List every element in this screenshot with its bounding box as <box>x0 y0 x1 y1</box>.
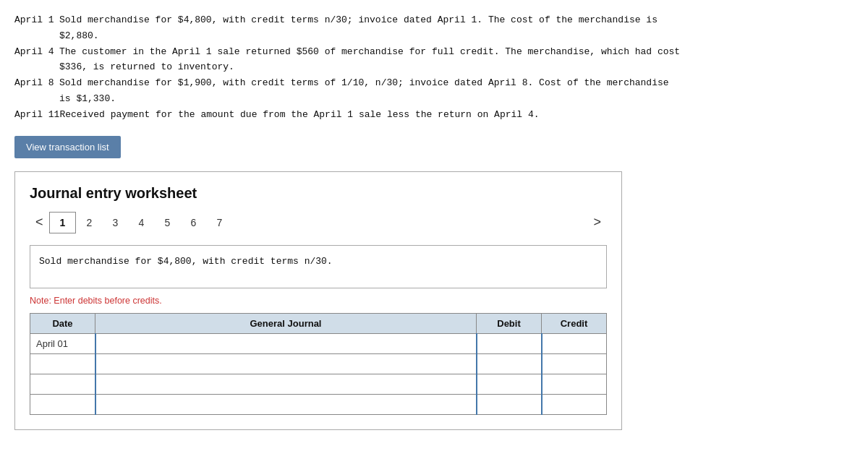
problem-continuation-2: $336, is returned to inventory. <box>14 60 854 75</box>
debit-input-1[interactable] <box>477 334 541 353</box>
problem-date-4: April 11 <box>14 108 59 123</box>
problem-line-2: April 4 The customer in the April 1 sale… <box>14 45 854 60</box>
problem-date-2: April 4 <box>14 45 59 60</box>
problem-continuation-text-3: is $1,330. <box>59 92 116 107</box>
problem-line-3: April 8 Sold merchandise for $1,900, wit… <box>14 76 854 91</box>
debit-cell-1[interactable] <box>477 333 542 353</box>
debit-cell-4[interactable] <box>477 394 542 414</box>
tab-3[interactable]: 3 <box>102 213 128 233</box>
header-debit: Debit <box>477 313 542 333</box>
problem-content-1: Sold merchandise for $4,800, with credit… <box>59 13 854 28</box>
credit-cell-1[interactable] <box>542 333 607 353</box>
debit-input-3[interactable] <box>477 374 541 394</box>
view-transaction-list-button[interactable]: View transaction list <box>14 136 121 158</box>
problem-content-3: Sold merchandise for $1,900, with credit… <box>59 76 854 91</box>
credit-cell-4[interactable] <box>542 394 607 414</box>
problem-date-3: April 8 <box>14 76 59 91</box>
journal-input-1[interactable] <box>96 334 476 353</box>
date-cell-3 <box>30 374 95 394</box>
table-row <box>30 374 607 394</box>
worksheet-title: Journal entry worksheet <box>30 185 607 202</box>
header-journal: General Journal <box>95 313 477 333</box>
tab-7[interactable]: 7 <box>206 213 232 233</box>
note-text: Note: Enter debits before credits. <box>30 296 607 306</box>
debit-cell-3[interactable] <box>477 374 542 394</box>
journal-input-2[interactable] <box>96 354 476 374</box>
problem-text: April 1 Sold merchandise for $4,800, wit… <box>14 13 854 123</box>
problem-continuation-1: $2,880. <box>14 29 854 44</box>
tab-6[interactable]: 6 <box>180 213 206 233</box>
journal-table: Date General Journal Debit Credit April … <box>30 313 607 415</box>
date-cell-4 <box>30 394 95 414</box>
journal-cell-4[interactable] <box>95 394 477 414</box>
nav-row: < 1 2 3 4 5 6 7 > <box>30 212 607 233</box>
tab-1[interactable]: 1 <box>49 212 77 233</box>
credit-input-3[interactable] <box>542 374 607 394</box>
credit-cell-2[interactable] <box>542 353 607 374</box>
problem-continuation-text-2: $336, is returned to inventory. <box>59 60 234 75</box>
table-row <box>30 394 607 414</box>
credit-input-4[interactable] <box>542 395 607 414</box>
prev-arrow[interactable]: < <box>30 212 49 233</box>
journal-entry-worksheet: Journal entry worksheet < 1 2 3 4 5 6 7 … <box>14 171 622 430</box>
next-arrow[interactable]: > <box>587 212 607 233</box>
header-date: Date <box>30 313 95 333</box>
tab-2[interactable]: 2 <box>76 213 102 233</box>
description-box: Sold merchandise for $4,800, with credit… <box>30 245 607 288</box>
credit-cell-3[interactable] <box>542 374 607 394</box>
table-row <box>30 353 607 374</box>
debit-cell-2[interactable] <box>477 353 542 374</box>
journal-cell-3[interactable] <box>95 374 477 394</box>
date-cell-1: April 01 <box>30 333 95 353</box>
problem-date-1: April 1 <box>14 13 59 28</box>
problem-line-1: April 1 Sold merchandise for $4,800, wit… <box>14 13 854 28</box>
journal-cell-1[interactable] <box>95 333 477 353</box>
table-header-row: Date General Journal Debit Credit <box>30 313 607 333</box>
date-cell-2 <box>30 353 95 374</box>
debit-input-2[interactable] <box>477 354 541 374</box>
tab-5[interactable]: 5 <box>154 213 180 233</box>
journal-input-4[interactable] <box>96 395 476 414</box>
problem-content-4: Received payment for the amount due from… <box>59 108 854 123</box>
journal-cell-2[interactable] <box>95 353 477 374</box>
problem-line-4: April 11 Received payment for the amount… <box>14 108 854 123</box>
debit-input-4[interactable] <box>477 395 541 414</box>
problem-continuation-3: is $1,330. <box>14 92 854 107</box>
problem-content-2: The customer in the April 1 sale returne… <box>59 45 854 60</box>
credit-input-1[interactable] <box>542 334 607 353</box>
journal-input-3[interactable] <box>96 374 476 394</box>
header-credit: Credit <box>542 313 607 333</box>
tab-4[interactable]: 4 <box>128 213 154 233</box>
problem-continuation-text-1: $2,880. <box>59 29 99 44</box>
table-row: April 01 <box>30 333 607 353</box>
credit-input-2[interactable] <box>542 354 607 374</box>
